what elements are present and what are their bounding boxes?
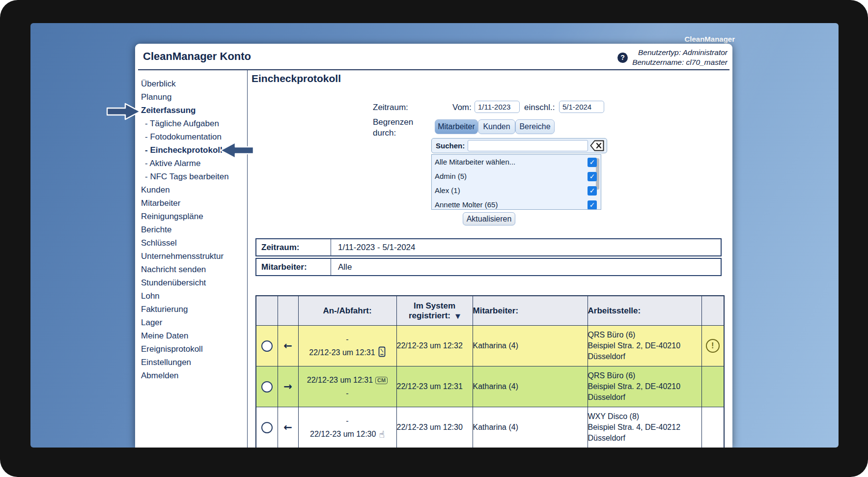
sidebar-item-tägliche-aufgaben[interactable]: - Tägliche Aufgaben	[141, 117, 247, 130]
checkbox-alle-mitarbeiter-wählen[interactable]: ✓	[588, 158, 597, 167]
table-row: ←-22/12-23 um 12:30☝22/12-23 um 12:30Kat…	[256, 407, 724, 448]
app-window: CleanManager Konto ? Benutzertyp: Admini…	[135, 44, 732, 448]
summary-mitarbeiter-row: Mitarbeiter: Alle	[255, 258, 722, 276]
checkbox-admin-5[interactable]: ✓	[588, 172, 597, 181]
window-title: CleanManager Konto	[143, 50, 251, 63]
row-radio-button[interactable]	[261, 381, 273, 393]
list-item-annette-molter-65[interactable]: Annette Molter (65)✓	[435, 200, 584, 210]
checkbox-annette-molter-65[interactable]: ✓	[588, 200, 597, 210]
sidebar-item-kunden[interactable]: Kunden	[141, 183, 247, 196]
direction-column-header	[278, 296, 298, 326]
warning-icon: !	[706, 339, 720, 353]
zeitraum-filter-label: Zeitraum:	[373, 103, 408, 112]
status-column-header	[701, 296, 724, 326]
main-content: Eincheckprotokoll Zeitraum: Vom: einschl…	[248, 70, 732, 448]
update-button[interactable]: Aktualisieren	[463, 212, 515, 225]
list-item-admin-5[interactable]: Admin (5)✓	[435, 172, 584, 183]
search-panel: Suchen:	[431, 138, 607, 153]
begrenzen-label: Begrenzen durch:	[373, 117, 420, 139]
registered-time-cell: 22/12-23 um 12:31	[396, 366, 473, 407]
summary-zeitraum-row: Zeitraum: 1/11-2023 - 5/1-2024	[255, 238, 722, 256]
phone-icon	[378, 346, 386, 357]
search-label: Suchen:	[436, 141, 465, 150]
einschl-date-input[interactable]	[559, 101, 604, 113]
arrival-departure-cell: 22/12-23 um 12:31CM-	[298, 366, 396, 407]
summary-zeitraum-value: 1/11-2023 - 5/1-2024	[331, 239, 416, 255]
help-icon[interactable]: ?	[617, 53, 628, 63]
workplace-cell: QRS Büro (6)Beispiel Stra. 2, DE-40210Dü…	[588, 366, 701, 407]
sidebar-item-nachricht-senden[interactable]: Nachricht senden	[141, 263, 247, 276]
table-row: ←-22/12-23 um 12:3122/12-23 um 12:32Kath…	[256, 326, 724, 366]
user-type-label: Benutzertyp: Administrator	[632, 48, 728, 57]
employee-cell: Katharina (4)	[473, 366, 588, 407]
vom-date-input[interactable]	[475, 101, 520, 113]
sidebar-item-planung[interactable]: Planung	[141, 90, 247, 104]
sidebar-item-nfc-tags-bearbeiten[interactable]: - NFC Tags bearbeiten	[141, 170, 247, 183]
tab-bereiche[interactable]: Bereiche	[515, 119, 555, 134]
employee-cell: Katharina (4)	[473, 407, 588, 448]
sidebar-item-zeiterfassung[interactable]: Zeiterfassung	[141, 104, 247, 117]
row-radio-button[interactable]	[261, 340, 273, 352]
registered-time-cell: 22/12-23 um 12:32	[396, 326, 473, 366]
workplace-cell: QRS Büro (6)Beispiel Stra. 2, DE-40210Dü…	[588, 326, 701, 366]
filter-tabs: MitarbeiterKundenBereiche	[435, 119, 555, 134]
sidebar-item-fakturierung[interactable]: Fakturierung	[141, 303, 247, 316]
employee-column-header: Mitarbeiter:	[473, 296, 588, 326]
tab-mitarbeiter[interactable]: Mitarbeiter	[435, 119, 478, 134]
arrival-departure-cell: -22/12-23 um 12:30☝	[298, 407, 396, 448]
sidebar-item-berichte[interactable]: Berichte	[141, 223, 247, 236]
tab-kunden[interactable]: Kunden	[478, 119, 515, 134]
sidebar-item-stundenübersicht[interactable]: Stundenübersicht	[141, 276, 247, 289]
summary-mitarbeiter-label: Mitarbeiter:	[256, 259, 331, 275]
arrow-left-icon: ←	[278, 340, 298, 352]
sidebar-item-einstellungen[interactable]: Einstellungen	[141, 356, 247, 369]
sidebar-item-schlüssel[interactable]: Schlüssel	[141, 236, 247, 250]
einschl-label: einschl.:	[524, 103, 555, 112]
arrival-column-header: An-/Abfahrt:	[298, 296, 396, 326]
device-frame: CleanManager CleanManager Konto ? Benutz…	[0, 0, 868, 477]
sidebar-item-ereignisprotokoll[interactable]: Ereignisprotokoll	[141, 342, 247, 356]
employee-filter-list: Alle Mitarbeiter wählen...✓Admin (5)✓Ale…	[431, 154, 601, 210]
summary-zeitraum-label: Zeitraum:	[256, 239, 331, 255]
annotation-arrow-eincheckprotokoll	[220, 141, 254, 160]
window-header: CleanManager Konto ? Benutzertyp: Admini…	[135, 44, 732, 70]
page-title: Eincheckprotokoll	[252, 73, 341, 84]
registered-time-cell: 22/12-23 um 12:30	[396, 407, 473, 448]
radio-column-header	[256, 296, 278, 326]
checkin-protocol-table: An-/Abfahrt: Im System registriert:▼ Mit…	[255, 295, 725, 448]
desktop-background: CleanManager CleanManager Konto ? Benutz…	[30, 23, 839, 448]
cm-app-icon: CM	[375, 377, 388, 384]
sidebar-item-lager[interactable]: Lager	[141, 316, 247, 329]
registered-column-header[interactable]: Im System registriert:▼	[396, 296, 473, 326]
sidebar-item-überblick[interactable]: Überblick	[141, 77, 247, 90]
annotation-arrow-zeiterfassung	[107, 102, 141, 121]
workplace-column-header: Arbeitsstelle:	[588, 296, 701, 326]
sidebar-nav: ÜberblickPlanungZeiterfassung- Tägliche …	[135, 70, 248, 448]
clear-search-icon[interactable]	[590, 140, 605, 151]
list-item-alex-1[interactable]: Alex (1)✓	[435, 186, 584, 197]
search-input[interactable]	[468, 140, 588, 151]
table-row: →22/12-23 um 12:31CM-22/12-23 um 12:31Ka…	[256, 366, 724, 407]
sort-descending-icon[interactable]: ▼	[455, 312, 460, 320]
arrival-departure-cell: -22/12-23 um 12:31	[298, 326, 396, 366]
user-name-label: Benutzername: cl70_master	[632, 57, 728, 67]
browser-brand-label: CleanManager	[684, 35, 735, 43]
hand-cursor-icon: ☝	[379, 429, 385, 440]
list-item-alle-mitarbeiter-wählen[interactable]: Alle Mitarbeiter wählen...✓	[435, 158, 584, 168]
sidebar-item-lohn[interactable]: Lohn	[141, 289, 247, 303]
table-header-row: An-/Abfahrt: Im System registriert:▼ Mit…	[256, 296, 724, 326]
employee-cell: Katharina (4)	[473, 326, 588, 366]
sidebar-item-unternehmensstruktur[interactable]: Unternehmensstruktur	[141, 250, 247, 263]
sidebar-item-abmelden[interactable]: Abmelden	[141, 369, 247, 382]
vom-label: Vom:	[452, 103, 472, 112]
summary-mitarbeiter-value: Alle	[331, 259, 352, 275]
sidebar-item-meine-daten[interactable]: Meine Daten	[141, 329, 247, 342]
row-radio-button[interactable]	[261, 422, 273, 433]
arrow-left-icon: ←	[278, 421, 298, 433]
sidebar-item-reinigungspläne[interactable]: Reinigungspläne	[141, 210, 247, 223]
workplace-cell: WXY Disco (8)Beispiel Stra. 4, DE-40212D…	[588, 407, 701, 448]
checkbox-alex-1[interactable]: ✓	[588, 186, 597, 196]
arrow-right-icon: →	[278, 381, 298, 393]
sidebar-item-mitarbeiter[interactable]: Mitarbeiter	[141, 196, 247, 210]
